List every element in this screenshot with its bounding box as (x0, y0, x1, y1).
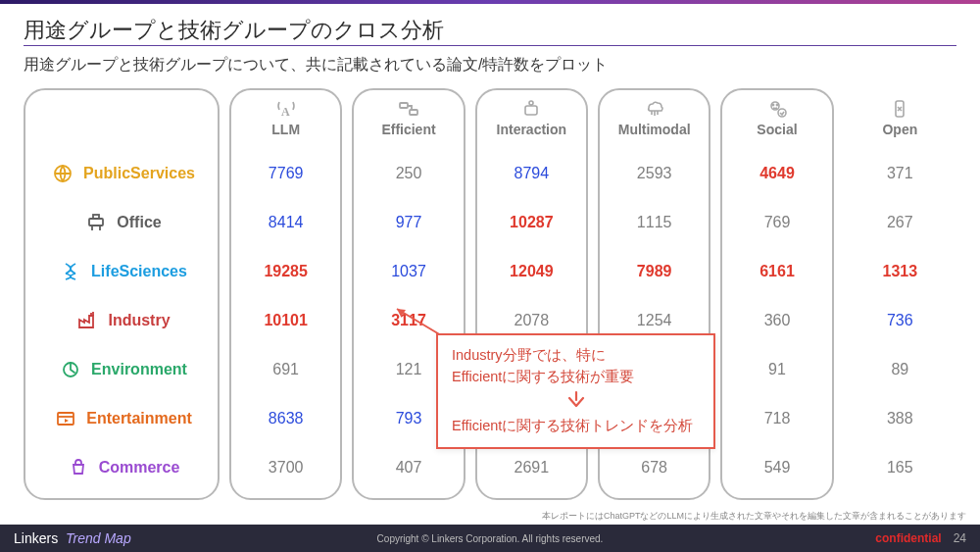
accent-bar (0, 0, 980, 4)
col-header-social: Social (720, 86, 833, 149)
row-label-office: Office (24, 198, 220, 247)
col-header-llm: A LLM (229, 86, 342, 149)
cell-lifesciences-multimodal: 7989 (598, 247, 710, 296)
callout-line1: Industry分野では、特に (452, 345, 700, 367)
title-underline (24, 45, 956, 46)
row-label-text: Entertainment (86, 410, 192, 427)
col-header-multimodal: Multimodal (598, 86, 710, 149)
svg-marker-15 (65, 419, 69, 423)
row-label-text: Office (117, 214, 161, 231)
efficient-icon (396, 98, 421, 120)
brand-trendmap: Trend Map (66, 530, 131, 546)
cell-office-llm: 8414 (229, 198, 342, 247)
cell-environment-llm: 691 (229, 345, 342, 394)
cell-environment-open: 89 (844, 345, 956, 394)
cell-commerce-interaction: 2691 (475, 443, 588, 492)
svg-point-7 (776, 104, 777, 105)
footer-bar: Linkers Trend Map Copyright © Linkers Co… (0, 525, 980, 552)
cell-industry-open: 736 (844, 296, 956, 345)
page-number: 24 (954, 531, 966, 545)
cell-office-interaction: 10287 (475, 198, 588, 247)
page-title: 用途グループと技術グループのクロス分析 (24, 16, 444, 45)
row-label-text: PublicServices (83, 165, 195, 182)
cell-environment-social: 91 (720, 345, 833, 394)
row-label-text: Commerce (99, 459, 180, 477)
office-icon (85, 212, 107, 233)
confidential-label: confidential (875, 531, 941, 545)
row-label-commerce: Commerce (24, 443, 220, 492)
industry-icon (76, 310, 98, 331)
copyright-text: Copyright © Linkers Corporation. All rig… (377, 533, 604, 544)
cell-lifesciences-open: 1313 (844, 247, 956, 296)
down-arrow-icon (452, 390, 700, 415)
cell-commerce-social: 549 (720, 443, 833, 492)
col-label: Efficient (381, 122, 435, 137)
cell-publicservices-llm: 7769 (229, 149, 342, 198)
cell-publicservices-social: 4649 (720, 149, 833, 198)
callout-line2: Efficientに関する技術が重要 (452, 367, 700, 388)
col-label: LLM (271, 122, 300, 137)
social-icon (764, 98, 790, 120)
brand-linkers: Linkers (14, 530, 58, 546)
row-label-text: Environment (91, 361, 187, 378)
interaction-icon (518, 98, 544, 120)
callout-line3: Efficientに関する技術トレンドを分析 (452, 416, 700, 437)
row-label-text: LifeSciences (91, 263, 187, 280)
col-header-interaction: Interaction (475, 86, 588, 149)
cell-office-multimodal: 1115 (598, 198, 710, 247)
row-label-text: Industry (108, 312, 170, 329)
cell-entertainment-social: 718 (720, 394, 833, 443)
row-label-publicservices: PublicServices (24, 149, 220, 198)
col-label: Multimodal (618, 122, 691, 137)
entertainment-icon (55, 408, 76, 429)
col-header-open: Open (844, 86, 956, 149)
row-label-environment: Environment (24, 345, 220, 394)
cell-commerce-multimodal: 678 (598, 443, 710, 492)
row-label-lifesciences: LifeSciences (24, 247, 220, 296)
svg-rect-2 (410, 110, 417, 115)
page-subtitle: 用途グループと技術グループについて、共に記載されている論文/特許数をプロット (24, 55, 608, 75)
cell-commerce-efficient: 407 (352, 443, 465, 492)
publicservices-icon (52, 163, 74, 184)
col-label: Open (882, 122, 917, 137)
cell-lifesciences-efficient: 1037 (352, 247, 465, 296)
commerce-icon (68, 457, 89, 478)
cell-industry-social: 360 (720, 296, 833, 345)
svg-rect-1 (400, 103, 408, 108)
cell-entertainment-llm: 8638 (229, 394, 342, 443)
col-header-efficient: Efficient (352, 86, 465, 149)
col-label: Interaction (497, 122, 567, 137)
row-label-entertainment: Entertainment (24, 394, 220, 443)
lifesciences-icon (60, 261, 81, 282)
cell-publicservices-open: 371 (844, 149, 956, 198)
cell-office-efficient: 977 (352, 198, 465, 247)
svg-rect-12 (93, 215, 99, 219)
disclaimer-text: 本レポートにはChatGPTなどのLLMにより生成された文章やそれを編集した文章… (542, 510, 966, 523)
svg-rect-14 (58, 413, 74, 425)
open-icon (887, 98, 912, 120)
cell-lifesciences-social: 6161 (720, 247, 833, 296)
corner-spacer (24, 86, 220, 149)
row-label-industry: Industry (24, 296, 220, 345)
cell-publicservices-efficient: 250 (352, 149, 465, 198)
svg-rect-11 (89, 219, 103, 226)
col-label: Social (757, 122, 797, 137)
cell-entertainment-open: 388 (844, 394, 956, 443)
cell-industry-llm: 10101 (229, 296, 342, 345)
cell-commerce-open: 165 (844, 443, 956, 492)
cell-publicservices-interaction: 8794 (475, 149, 588, 198)
svg-text:A: A (281, 105, 290, 119)
cell-commerce-llm: 3700 (229, 443, 342, 492)
multimodal-icon (642, 98, 667, 120)
cell-office-open: 267 (844, 198, 956, 247)
svg-rect-3 (525, 106, 537, 115)
llm-icon: A (273, 98, 299, 120)
environment-icon (60, 359, 81, 380)
brand-logo: Linkers Trend Map (14, 530, 131, 546)
svg-point-6 (772, 104, 773, 105)
cell-lifesciences-interaction: 12049 (475, 247, 588, 296)
cell-publicservices-multimodal: 2593 (598, 149, 710, 198)
cell-office-social: 769 (720, 198, 833, 247)
svg-point-4 (529, 101, 533, 105)
cell-lifesciences-llm: 19285 (229, 247, 342, 296)
